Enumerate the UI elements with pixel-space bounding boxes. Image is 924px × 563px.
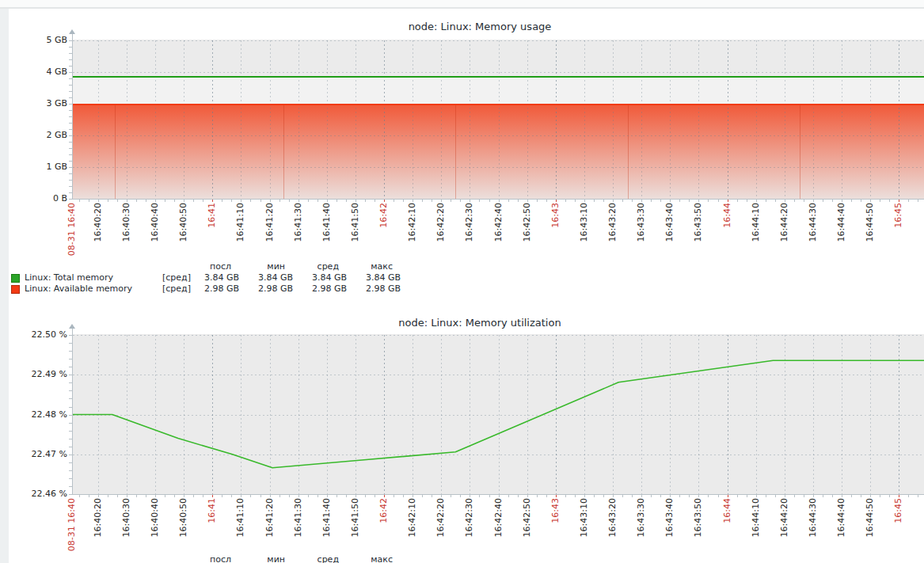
- graph-title-memory-usage: node: Linux: Memory usage: [9, 21, 924, 32]
- graph-widget: [9, 9, 924, 563]
- top-bar: [0, 0, 924, 9]
- graph-title-memory-utilization: node: Linux: Memory utilization: [9, 317, 924, 329]
